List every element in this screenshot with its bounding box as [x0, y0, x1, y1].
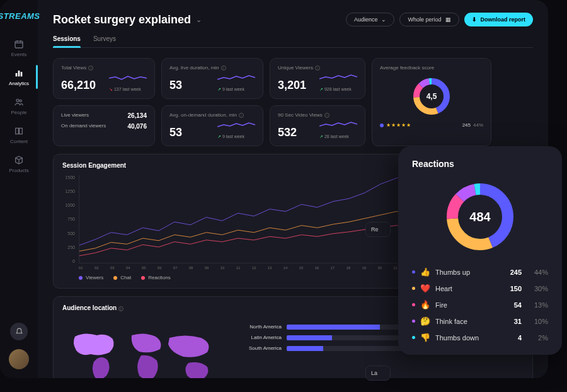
- notifications-button[interactable]: [10, 323, 28, 340]
- nav-content[interactable]: Content: [4, 120, 34, 149]
- page-header: Rocket surgery explained ⌄ Audience⌄ Who…: [53, 13, 533, 26]
- content-icon: [13, 125, 25, 137]
- reaction-emoji: ❤️: [420, 284, 430, 293]
- info-icon[interactable]: i: [239, 113, 244, 118]
- card-avg-live: Avg. live duration, mini 53 9 last week: [161, 58, 263, 99]
- box-icon: [13, 154, 25, 166]
- svg-point-5: [20, 100, 21, 101]
- audience-filter[interactable]: Audience⌄: [346, 13, 395, 26]
- star-rating: ★★★★★: [386, 122, 411, 128]
- people-icon: [13, 96, 25, 108]
- nav-analytics[interactable]: Analytics: [4, 62, 34, 91]
- nav-products[interactable]: Products: [4, 149, 34, 178]
- avg-live-value: 53: [169, 79, 182, 92]
- card-total-views: Total Viewsi 66,210 137 last week: [53, 58, 155, 99]
- page-title: Rocket surgery explained: [53, 13, 191, 26]
- card-avg-od: Avg. on-demand duration, mini 53 9 last …: [161, 105, 263, 146]
- svg-rect-0: [15, 41, 23, 48]
- reaction-row: ❤️Heart15030%: [412, 284, 548, 293]
- download-report-button[interactable]: ⬇Download report: [464, 13, 534, 26]
- user-avatar[interactable]: [9, 349, 29, 369]
- reaction-row: 👍Thumbs up24544%: [412, 267, 548, 277]
- info-icon[interactable]: i: [315, 66, 320, 71]
- total-views-value: 66,210: [61, 79, 96, 92]
- calendar-icon: ▦: [445, 16, 451, 23]
- nav-events[interactable]: Events: [4, 33, 34, 62]
- avg-od-value: 53: [169, 126, 182, 139]
- partial-card-la: La: [365, 366, 391, 381]
- tab-sessions[interactable]: Sessions: [53, 35, 81, 47]
- video-views-value: 532: [278, 126, 297, 139]
- feedback-donut: 4,5: [411, 76, 452, 117]
- reaction-row: 👎Thumbs down42%: [412, 333, 548, 342]
- partial-card-re: Re: [365, 222, 391, 237]
- svg-point-4: [16, 99, 19, 101]
- reaction-emoji: 👍: [420, 267, 430, 277]
- logo: STREAMS: [0, 11, 40, 21]
- reactions-panel: Reactions 484 👍Thumbs up24544%❤️Heart150…: [398, 146, 562, 355]
- stat-cards: Total Viewsi 66,210 137 last week Avg. l…: [53, 58, 533, 146]
- chevron-down-icon: ⌄: [381, 16, 386, 23]
- card-video-views: 90 Sec Video Viewsi 532 28 last week: [270, 105, 365, 146]
- card-feedback: Average feedback score 4,5: [372, 58, 491, 146]
- reaction-row: 🔥Fire5413%: [412, 300, 548, 309]
- title-dropdown-icon[interactable]: ⌄: [196, 16, 202, 24]
- sparkline: [319, 120, 357, 132]
- nav-people[interactable]: People: [4, 91, 34, 120]
- card-unique: Unique Viewersi 3,201 928 last week: [270, 58, 365, 99]
- period-filter[interactable]: Whole period▦: [399, 13, 459, 26]
- sparkline: [319, 73, 357, 84]
- unique-value: 3,201: [278, 79, 306, 92]
- svg-rect-1: [16, 73, 18, 76]
- reaction-emoji: 🤔: [420, 316, 430, 326]
- world-map: [62, 324, 226, 378]
- svg-rect-3: [21, 72, 23, 76]
- info-icon[interactable]: i: [118, 306, 123, 311]
- bars-icon: [13, 67, 25, 79]
- reactions-donut: 484: [442, 179, 518, 255]
- tab-surveys[interactable]: Surveys: [93, 35, 116, 47]
- reaction-emoji: 👎: [420, 333, 430, 342]
- sparkline: [217, 120, 255, 132]
- calendar-icon: [13, 38, 25, 50]
- card-viewers-split: Live viewers26,134 On demand viewers40,0…: [53, 105, 155, 146]
- sidebar: STREAMS EventsAnalyticsPeopleContentProd…: [0, 0, 38, 378]
- sparkline: [217, 73, 255, 84]
- info-icon[interactable]: i: [324, 113, 329, 118]
- sparkline: [109, 73, 147, 84]
- info-icon[interactable]: i: [88, 66, 93, 71]
- reaction-emoji: 🔥: [420, 300, 430, 309]
- tabs: Sessions Surveys: [53, 35, 533, 48]
- svg-rect-2: [18, 71, 20, 76]
- download-icon: ⬇: [472, 16, 477, 23]
- reaction-row: 🤔Think face3110%: [412, 316, 548, 326]
- info-icon[interactable]: i: [221, 66, 226, 71]
